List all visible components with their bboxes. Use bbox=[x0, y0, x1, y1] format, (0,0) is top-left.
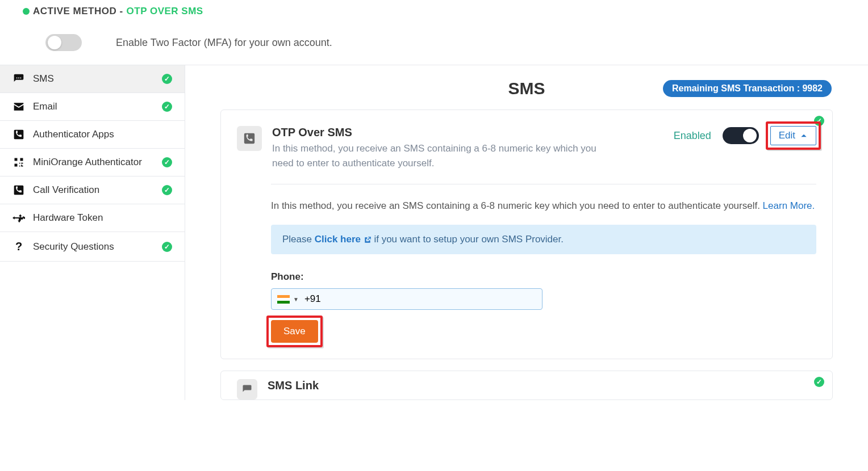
check-icon: ✓ bbox=[162, 102, 172, 112]
phone-icon bbox=[237, 126, 262, 151]
sidebar-item-label: Authenticator Apps bbox=[33, 129, 114, 140]
remaining-sms-badge: Remaining SMS Transaction : 9982 bbox=[663, 80, 832, 97]
check-icon: ✓ bbox=[162, 242, 172, 252]
sidebar-item-email[interactable]: Email ✓ bbox=[0, 93, 185, 121]
envelope-icon bbox=[12, 101, 25, 112]
sidebar-item-authenticator-apps[interactable]: Authenticator Apps bbox=[0, 121, 185, 149]
sms-link-card[interactable]: ✓ SMS Link bbox=[220, 371, 833, 400]
india-flag-icon bbox=[277, 295, 290, 304]
chat-icon bbox=[12, 73, 25, 85]
sidebar-item-label: Security Questions bbox=[33, 241, 114, 253]
otp-sms-toggle[interactable] bbox=[723, 127, 759, 144]
active-method-value: OTP OVER SMS bbox=[127, 6, 203, 17]
sidebar: SMS ✓ Email ✓ Authenticator Apps bbox=[0, 65, 185, 400]
active-method-prefix: ACTIVE METHOD - bbox=[33, 6, 123, 17]
phone-square-icon bbox=[12, 184, 25, 196]
question-icon: ? bbox=[12, 240, 25, 253]
sidebar-item-sms[interactable]: SMS ✓ bbox=[0, 65, 185, 93]
method-description: In this method, you receive an SMS conta… bbox=[271, 198, 816, 213]
active-dot-icon bbox=[23, 8, 30, 15]
sidebar-item-label: Email bbox=[33, 101, 57, 112]
country-flag-selector[interactable]: ▼ bbox=[277, 295, 299, 304]
usb-icon bbox=[12, 212, 25, 224]
sms-provider-banner: Please Click here if you want to setup y… bbox=[271, 225, 816, 254]
card-title: SMS Link bbox=[268, 379, 597, 392]
phone-input-group[interactable]: ▼ bbox=[271, 288, 542, 310]
sidebar-item-security-questions[interactable]: ? Security Questions ✓ bbox=[0, 232, 185, 262]
sidebar-item-hardware-token[interactable]: Hardware Token bbox=[0, 204, 185, 232]
card-description: In this method, you receive an SMS conta… bbox=[272, 141, 602, 170]
external-link-icon bbox=[364, 236, 372, 244]
sidebar-item-label: Call Verification bbox=[33, 184, 99, 196]
sms-link-icon bbox=[237, 379, 257, 399]
learn-more-link[interactable]: Learn More. bbox=[763, 200, 815, 211]
card-title: OTP Over SMS bbox=[272, 126, 602, 139]
active-method-status: ACTIVE METHOD - OTP OVER SMS bbox=[23, 6, 857, 17]
phone-label: Phone: bbox=[271, 271, 816, 283]
content-area: SMS Remaining SMS Transaction : 9982 ✓ O… bbox=[185, 65, 868, 400]
chevron-up-icon bbox=[800, 132, 808, 140]
qrcode-icon bbox=[12, 157, 25, 168]
sidebar-item-label: Hardware Token bbox=[33, 212, 103, 224]
save-button[interactable]: Save bbox=[271, 320, 318, 343]
check-icon: ✓ bbox=[162, 185, 172, 195]
page-title: SMS bbox=[508, 79, 545, 98]
mfa-toggle-label: Enable Two Factor (MFA) for your own acc… bbox=[116, 37, 332, 49]
sidebar-item-label: SMS bbox=[33, 73, 54, 85]
toggle-knob-icon bbox=[743, 129, 757, 142]
edit-button-label: Edit bbox=[779, 130, 795, 141]
caret-down-icon: ▼ bbox=[293, 296, 299, 302]
check-icon: ✓ bbox=[162, 74, 172, 84]
otp-over-sms-card: ✓ OTP Over SMS In this method, you recei… bbox=[220, 110, 833, 359]
sidebar-item-call-verification[interactable]: Call Verification ✓ bbox=[0, 176, 185, 204]
mfa-toggle[interactable] bbox=[45, 34, 82, 51]
sidebar-item-miniorange-auth[interactable]: MiniOrange Authenticator ✓ bbox=[0, 149, 185, 176]
check-icon: ✓ bbox=[162, 157, 172, 167]
check-icon: ✓ bbox=[814, 377, 824, 387]
edit-button[interactable]: Edit bbox=[770, 126, 816, 145]
sidebar-item-label: MiniOrange Authenticator bbox=[33, 157, 142, 168]
click-here-link[interactable]: Click here bbox=[315, 234, 372, 245]
toggle-knob-icon bbox=[48, 36, 61, 49]
phone-number-input[interactable] bbox=[304, 293, 536, 305]
phone-square-icon bbox=[12, 129, 25, 140]
check-icon: ✓ bbox=[814, 116, 824, 126]
enabled-status: Enabled bbox=[674, 130, 711, 142]
